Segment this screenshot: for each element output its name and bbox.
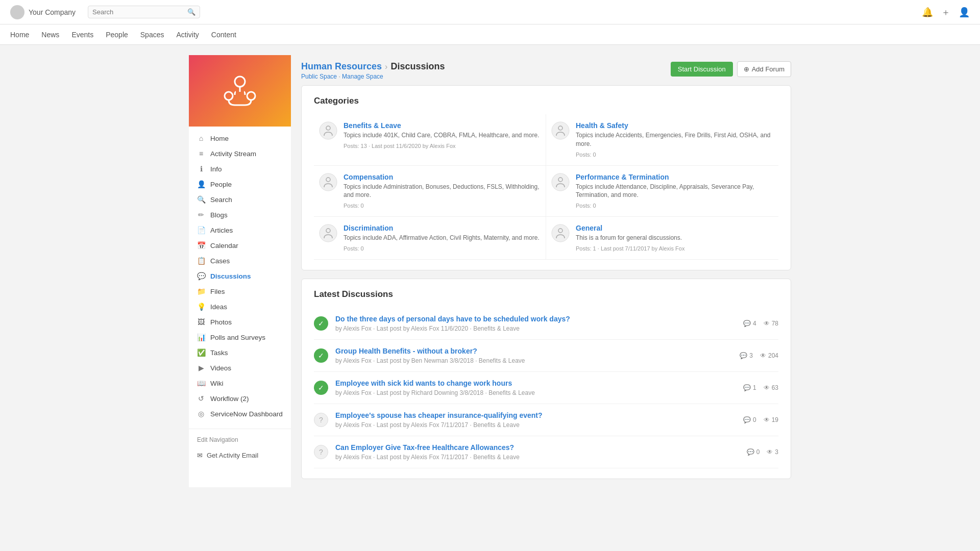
manage-space-link[interactable]: Manage Space [342,73,383,80]
sidebar-label-activity-stream: Activity Stream [210,150,256,158]
user-avatar[interactable]: 👤 [959,7,970,18]
view-icon: 👁 [767,448,773,456]
category-item-benefits-leave[interactable]: Benefits & Leave Topics include 401K, Ch… [314,114,546,166]
nav-spaces[interactable]: Spaces [140,26,164,44]
discussion-title[interactable]: Employee's spouse has cheaper insurance-… [335,411,736,419]
sidebar-item-files[interactable]: 📁 Files [189,284,291,299]
comment-number: 0 [756,448,760,456]
search-input[interactable] [92,8,185,16]
category-item-health-safety[interactable]: Health & Safety Topics include Accidents… [546,114,778,166]
search-icon: 🔍 [187,8,195,16]
nav-people[interactable]: People [106,26,128,44]
start-discussion-button[interactable]: Start Discussion [671,62,733,77]
category-description: Topics include ADA, Affirmative Action, … [344,234,540,242]
sidebar-item-info[interactable]: ℹ Info [189,161,291,177]
nav-content[interactable]: Content [211,26,236,44]
sidebar-item-search[interactable]: 🔍 Search [189,192,291,207]
category-name[interactable]: Benefits & Leave [344,121,540,130]
nav-activity[interactable]: Activity [176,26,199,44]
sidebar-label-videos: Videos [210,364,231,372]
polls-icon: 📊 [197,333,205,341]
discussion-stats: 💬 0 👁 3 [747,448,778,456]
category-item-performance-termination[interactable]: Performance & Termination Topics include… [546,166,778,217]
main-layout: ⌂ Home ≡ Activity Stream ℹ Info 👤 People… [189,55,791,487]
svg-point-0 [235,77,245,87]
sidebar-item-polls-surveys[interactable]: 📊 Polls and Surveys [189,330,291,345]
view-number: 63 [772,384,778,391]
nav-events[interactable]: Events [71,26,93,44]
category-item-general[interactable]: General This is a forum for general disc… [546,217,778,260]
category-body: Benefits & Leave Topics include 401K, Ch… [344,121,540,149]
category-name[interactable]: Health & Safety [576,121,773,130]
get-activity-email[interactable]: ✉ Get Activity Email [189,447,291,463]
sidebar-item-photos[interactable]: 🖼 Photos [189,314,291,330]
sidebar-item-servicenow[interactable]: ◎ ServiceNow Dashboard [189,406,291,421]
header-actions: Start Discussion ⊕ Add Forum [671,61,791,77]
sidebar-item-articles[interactable]: 📄 Articles [189,222,291,238]
nav-home[interactable]: Home [10,26,29,44]
sidebar-item-discussions[interactable]: 💬 Discussions [189,268,291,284]
sidebar-item-videos[interactable]: ▶ Videos [189,360,291,375]
breadcrumb-parent[interactable]: Human Resources [301,61,382,72]
public-space-link[interactable]: Public Space [301,73,337,80]
sidebar-item-wiki[interactable]: 📖 Wiki [189,375,291,391]
calendar-icon: 📅 [197,241,205,249]
category-description: Topics include Attendance, Discipline, A… [576,183,773,200]
category-description: This is a forum for general discussions. [576,234,684,242]
people-icon: 👤 [197,180,205,188]
discussion-body: Employee's spouse has cheaper insurance-… [335,411,736,429]
category-name[interactable]: Compensation [344,173,541,181]
discussion-title[interactable]: Can Employer Give Tax-free Healthcare Al… [335,443,740,452]
sidebar-item-workflow[interactable]: ↺ Workflow (2) [189,391,291,406]
category-name[interactable]: Discrimination [344,224,540,232]
category-icon [319,121,337,140]
view-count: 👁 63 [764,384,778,391]
nav-news[interactable]: News [41,26,59,44]
discussion-body: Employee with sick kid wants to change w… [335,379,736,396]
sidebar-item-blogs[interactable]: ✏ Blogs [189,207,291,222]
discussion-title[interactable]: Employee with sick kid wants to change w… [335,379,736,387]
mail-icon: ✉ [197,452,203,459]
comment-count: 💬 0 [743,416,756,423]
sidebar-label-people: People [210,181,232,188]
sidebar-item-people[interactable]: 👤 People [189,177,291,192]
sidebar-item-calendar[interactable]: 📅 Calendar [189,238,291,253]
category-meta: Posts: 0 [576,203,596,209]
category-item-compensation[interactable]: Compensation Topics include Administrati… [314,166,546,217]
category-icon [319,224,337,242]
view-number: 204 [768,352,778,359]
sidebar-item-tasks[interactable]: ✅ Tasks [189,345,291,360]
ideas-icon: 💡 [197,303,205,311]
view-number: 78 [772,320,778,327]
category-item-discrimination[interactable]: Discrimination Topics include ADA, Affir… [314,217,546,260]
logo-area[interactable]: Your Company [10,5,76,19]
notifications-icon[interactable]: 🔔 [922,7,933,18]
sidebar-label-photos: Photos [210,318,232,326]
activity-stream-icon: ≡ [197,149,205,158]
sidebar-item-ideas[interactable]: 💡 Ideas [189,299,291,314]
category-description: Topics include 401K, Child Care, COBRA, … [344,131,540,140]
edit-navigation[interactable]: Edit Navigation [189,432,291,447]
sidebar-item-cases[interactable]: 📋 Cases [189,253,291,268]
category-name[interactable]: Performance & Termination [576,173,773,181]
discussion-title[interactable]: Group Health Benefits - without a broker… [335,347,732,355]
discussion-meta: by Alexis Fox · Last post by Alexis Fox … [335,454,520,461]
view-icon: 👁 [760,352,766,359]
content-header: Human Resources › Discussions Public Spa… [301,55,791,85]
discussion-status-open: ? [314,413,328,427]
sidebar-item-activity-stream[interactable]: ≡ Activity Stream [189,146,291,161]
sidebar-item-home[interactable]: ⌂ Home [189,131,291,146]
discussion-stats: 💬 3 👁 204 [740,352,778,359]
sidebar-label-home: Home [210,135,229,142]
discussion-item: ✓ Do the three days of personal days hav… [314,308,778,340]
discussion-status-open: ? [314,445,328,459]
breadcrumb-subline: Public Space · Manage Space [301,73,445,80]
view-icon: 👁 [764,384,770,391]
add-forum-button[interactable]: ⊕ Add Forum [737,61,791,77]
categories-title: Categories [314,96,778,106]
top-navigation: Your Company 🔍 🔔 ＋ 👤 [0,0,980,24]
search-bar[interactable]: 🔍 [88,6,200,18]
category-name[interactable]: General [576,224,684,232]
add-icon[interactable]: ＋ [941,6,950,18]
discussion-title[interactable]: Do the three days of personal days have … [335,315,736,323]
